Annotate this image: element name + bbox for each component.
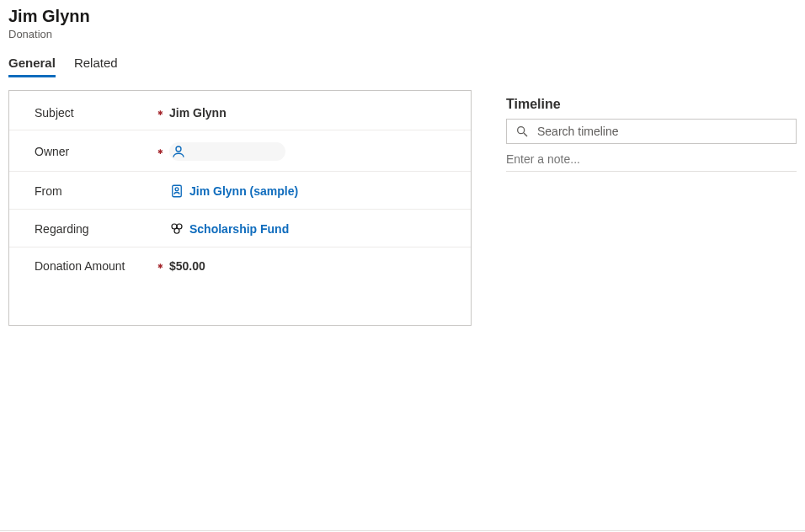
svg-point-0: [176, 146, 181, 152]
record-header: Jim Glynn Donation: [8, 7, 797, 40]
value-regarding: Scholarship Fund: [169, 221, 289, 237]
value-subject: Jim Glynn: [169, 106, 227, 120]
field-subject[interactable]: Subject ✱ Jim Glynn: [9, 94, 471, 130]
regarding-link[interactable]: Scholarship Fund: [189, 222, 289, 236]
label-from: From: [35, 184, 157, 198]
svg-point-6: [518, 127, 525, 134]
required-asterisk: ✱: [157, 147, 169, 156]
tab-related[interactable]: Related: [74, 52, 118, 77]
label-regarding: Regarding: [35, 222, 157, 236]
timeline-search[interactable]: [506, 119, 797, 144]
required-spacer: [157, 228, 169, 230]
value-amount: $50.00: [169, 259, 205, 273]
required-asterisk: ✱: [157, 109, 169, 117]
label-owner: Owner: [35, 145, 157, 158]
user-icon: [171, 144, 186, 159]
timeline-panel: Timeline: [493, 90, 797, 410]
svg-line-7: [524, 133, 527, 136]
svg-point-2: [175, 188, 179, 191]
svg-point-5: [174, 228, 179, 233]
tab-strip: General Related: [8, 52, 797, 78]
campaign-icon: [169, 221, 184, 237]
value-owner: [169, 142, 285, 161]
label-subject: Subject: [35, 106, 157, 120]
search-icon: [515, 125, 529, 138]
label-amount: Donation Amount: [35, 259, 157, 273]
field-regarding[interactable]: Regarding Scholarship Fund: [9, 210, 471, 247]
from-link[interactable]: Jim Glynn (sample): [189, 184, 298, 198]
timeline-title: Timeline: [494, 90, 797, 119]
entity-label: Donation: [8, 28, 797, 40]
owner-lookup-pill[interactable]: [169, 142, 285, 161]
field-owner[interactable]: Owner ✱: [9, 130, 471, 172]
timeline-note-input[interactable]: [506, 152, 797, 166]
record-title: Jim Glynn: [8, 7, 797, 26]
contact-icon: [169, 184, 184, 199]
timeline-search-input[interactable]: [537, 125, 787, 138]
field-donation-amount[interactable]: Donation Amount ✱ $50.00: [9, 247, 471, 283]
required-asterisk: ✱: [157, 262, 169, 270]
tab-general[interactable]: General: [8, 52, 56, 77]
field-from[interactable]: From Jim Glynn (sample): [9, 172, 471, 210]
form-card: Subject ✱ Jim Glynn Owner ✱: [8, 90, 472, 326]
footer-divider: [0, 530, 805, 531]
required-spacer: [157, 190, 169, 192]
value-from: Jim Glynn (sample): [169, 184, 298, 199]
